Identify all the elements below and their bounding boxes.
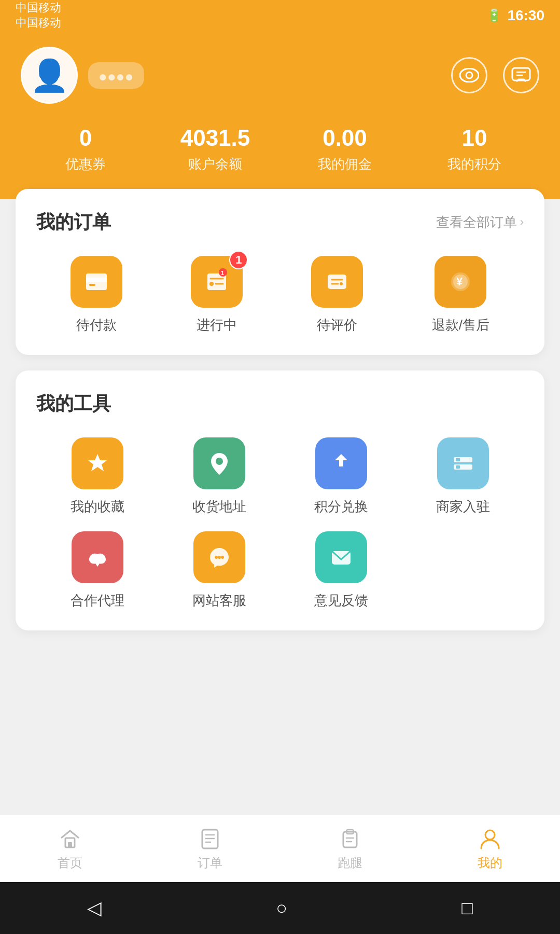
- pending-review-label: 待评价: [317, 316, 357, 334]
- stat-coupon[interactable]: 0 优惠券: [21, 125, 150, 173]
- tool-merchant[interactable]: 商家入驻: [402, 437, 524, 516]
- system-bar: ◁ ○ □: [0, 882, 560, 934]
- tool-partner[interactable]: 合作代理: [36, 531, 158, 610]
- points-value: 10: [410, 125, 539, 152]
- in-progress-badge: 1: [229, 251, 248, 269]
- tools-title: 我的工具: [36, 391, 111, 417]
- home-icon: [58, 827, 82, 850]
- tool-points-exchange[interactable]: 积分兑换: [280, 437, 402, 516]
- header-actions: [451, 57, 539, 93]
- home-button[interactable]: ○: [276, 897, 287, 919]
- orders-card-header: 我的订单 查看全部订单 ›: [36, 210, 524, 235]
- svg-marker-21: [88, 454, 107, 471]
- commission-value: 0.00: [280, 125, 410, 152]
- merchant-icon-wrap: [437, 437, 489, 489]
- message-button[interactable]: [503, 57, 539, 93]
- svg-rect-26: [456, 458, 460, 461]
- svg-point-42: [485, 830, 495, 840]
- coupon-value: 0: [21, 125, 150, 152]
- refund-label: 退款/售后: [432, 316, 489, 334]
- tools-card-header: 我的工具: [36, 391, 524, 417]
- svg-rect-14: [328, 274, 346, 289]
- svg-rect-2: [512, 68, 530, 80]
- avatar-icon: 👤: [30, 57, 69, 94]
- in-progress-icon-wrap: 1 1: [191, 256, 243, 308]
- view-all-orders-button[interactable]: 查看全部订单 ›: [436, 213, 524, 231]
- orders-icon: [198, 827, 222, 850]
- points-exchange-icon-wrap: [315, 437, 367, 489]
- svg-rect-27: [456, 465, 460, 469]
- pending-review-icon-wrap: [311, 256, 363, 308]
- orders-title: 我的订单: [36, 210, 111, 235]
- favorites-label: 我的收藏: [71, 498, 124, 516]
- svg-point-1: [466, 72, 472, 78]
- runner-icon: [338, 827, 362, 850]
- pending-pay-icon-wrap: [71, 256, 122, 308]
- svg-rect-33: [68, 842, 72, 847]
- stat-points[interactable]: 10 我的积分: [410, 125, 539, 173]
- back-button[interactable]: ◁: [87, 897, 102, 919]
- address-icon-wrap: [193, 437, 245, 489]
- partner-icon-wrap: [72, 531, 123, 583]
- svg-point-12: [209, 282, 214, 286]
- status-bar: 中国移动 中国移动 🔋 16:30: [0, 0, 560, 31]
- clock: 16:30: [507, 7, 544, 24]
- order-icons-row: 待付款 1 1 进行中: [36, 256, 524, 334]
- mine-icon: [478, 827, 502, 850]
- pending-pay-label: 待付款: [76, 316, 117, 334]
- nav-home[interactable]: 首页: [0, 815, 140, 882]
- favorites-icon-wrap: [72, 437, 123, 489]
- svg-text:¥: ¥: [456, 275, 463, 288]
- chevron-right-icon: ›: [520, 215, 524, 229]
- username-label: ●●●●: [88, 62, 144, 89]
- svg-point-17: [340, 282, 343, 285]
- svg-point-0: [460, 68, 479, 82]
- cards-area: 我的订单 查看全部订单 › 待付款: [0, 189, 560, 630]
- balance-label: 账户余额: [150, 155, 280, 173]
- order-item-pending-pay[interactable]: 待付款: [71, 256, 122, 334]
- order-item-in-progress[interactable]: 1 1 进行中: [191, 256, 243, 334]
- tool-customer-service[interactable]: 网站客服: [158, 531, 280, 610]
- nav-mine[interactable]: 我的: [420, 815, 560, 882]
- bottom-nav: 首页 订单 跑腿 我的: [0, 815, 560, 882]
- feedback-icon-wrap: [315, 531, 367, 583]
- svg-rect-7: [89, 284, 95, 286]
- svg-rect-6: [86, 278, 107, 282]
- customer-service-label: 网站客服: [192, 592, 246, 610]
- nav-orders[interactable]: 订单: [140, 815, 280, 882]
- nav-runner[interactable]: 跑腿: [280, 815, 420, 882]
- svg-point-29: [218, 556, 221, 559]
- battery-icon: 🔋: [486, 8, 502, 23]
- coupon-label: 优惠券: [21, 155, 150, 173]
- nav-runner-label: 跑腿: [338, 855, 362, 871]
- partner-label: 合作代理: [71, 592, 124, 610]
- tools-grid: 我的收藏 收货地址 积分兑换: [36, 437, 524, 610]
- header-top: 👤 ●●●●: [21, 47, 539, 104]
- stat-commission[interactable]: 0.00 我的佣金: [280, 125, 410, 173]
- balance-value: 4031.5: [150, 125, 280, 152]
- points-label: 我的积分: [410, 155, 539, 173]
- order-item-pending-review[interactable]: 待评价: [311, 256, 363, 334]
- avatar[interactable]: 👤: [21, 47, 78, 104]
- refund-icon-wrap: ¥: [435, 256, 486, 308]
- order-item-refund[interactable]: ¥ 退款/售后: [432, 256, 489, 334]
- merchant-label: 商家入驻: [436, 498, 490, 516]
- svg-text:1: 1: [221, 270, 224, 276]
- stat-balance[interactable]: 4031.5 账户余额: [150, 125, 280, 173]
- svg-point-28: [215, 556, 218, 559]
- svg-point-30: [221, 556, 224, 559]
- nav-home-label: 首页: [58, 855, 82, 871]
- user-info: 👤 ●●●●: [21, 47, 144, 104]
- tool-address[interactable]: 收货地址: [158, 437, 280, 516]
- status-right: 🔋 16:30: [486, 7, 544, 24]
- tool-favorites[interactable]: 我的收藏: [36, 437, 158, 516]
- orders-card: 我的订单 查看全部订单 › 待付款: [16, 189, 544, 355]
- tool-feedback[interactable]: 意见反馈: [280, 531, 402, 610]
- svg-point-22: [216, 458, 223, 465]
- nav-mine-label: 我的: [478, 855, 502, 871]
- commission-label: 我的佣金: [280, 155, 410, 173]
- address-label: 收货地址: [192, 498, 246, 516]
- carrier-info: 中国移动 中国移动: [16, 1, 61, 30]
- eye-button[interactable]: [451, 57, 487, 93]
- recents-button[interactable]: □: [461, 897, 473, 919]
